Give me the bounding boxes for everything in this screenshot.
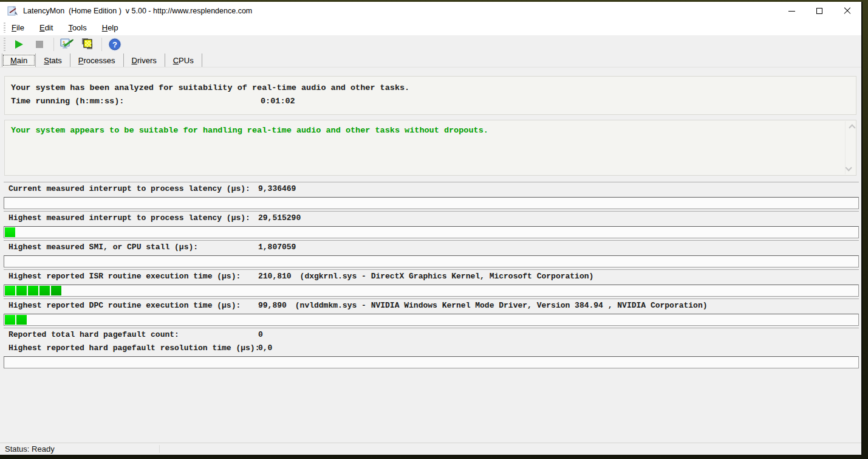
stop-monitor-button[interactable] [32,37,47,52]
metric-value: 0 [258,330,263,339]
menu-bar-items: FileEditToolsHelp [10,22,131,33]
verdict-message: Your system appears to be suitable for h… [11,126,850,135]
status-text: Status: Ready [5,444,55,454]
start-monitor-icon [15,40,23,49]
window-controls [777,2,861,20]
metric-row: Highest measured interrupt to process la… [4,211,859,240]
scroll-down-icon[interactable] [846,164,852,171]
metric-value: 99,890 [258,301,287,310]
report-icon [80,37,95,52]
tab-cpus[interactable]: CPUs [165,53,202,67]
maximize-button[interactable] [805,2,833,20]
maximize-icon [816,8,822,14]
metric-label-line: Highest reported ISR routine execution t… [4,272,859,282]
metric-row: Highest reported hard pagefault resoluti… [4,342,859,370]
start-monitor-button[interactable] [11,37,27,52]
metric-detail: (dxgkrnl.sys - DirectX Graphics Kernel, … [300,272,594,281]
status-bar-divider [159,445,160,453]
verdict-panel: Your system appears to be suitable for h… [4,120,856,176]
metric-label-line: Highest measured interrupt to process la… [4,213,859,224]
metric-label: Highest reported ISR routine execution t… [9,272,258,281]
options-icon [59,37,75,52]
metric-label-line: Reported total hard pagefault count:0 [4,330,859,340]
svg-text:?: ? [112,40,117,49]
latency-bar [4,314,859,326]
time-running-label: Time running (h:mm:ss): [11,95,261,108]
latency-bar-segment [16,315,27,325]
title-bar: LatencyMon (Home Edition ) v 5.00 - http… [0,2,861,20]
metric-label: Highest reported hard pagefault resoluti… [9,343,258,353]
latency-bar [4,285,859,297]
analysis-line: Your system has been analyzed for suitab… [11,81,850,95]
metric-label: Reported total hard pagefault count: [9,330,258,340]
metric-row: Current measured interrupt to process la… [4,182,859,211]
tab-processes[interactable]: Processes [70,53,124,67]
menu-item-edit[interactable]: Edit [38,22,55,33]
latency-bar-segment [5,315,15,325]
metric-detail: (nvlddmkm.sys - NVIDIA Windows Kernel Mo… [295,301,708,310]
latency-bar-segment [5,286,15,295]
latency-bar-segment [5,227,15,237]
metric-label: Highest reported DPC routine execution t… [9,301,258,311]
close-button[interactable] [833,2,861,20]
close-icon [844,7,851,15]
latency-bar-segment [51,286,61,295]
latencymon-window: LatencyMon (Home Edition ) v 5.00 - http… [0,2,863,455]
stop-monitor-icon [36,41,43,48]
toolbar-separator [101,38,102,51]
minimize-button[interactable] [777,2,805,20]
menu-item-file[interactable]: File [10,22,26,33]
metric-row: Reported total hard pagefault count:0 [4,328,859,342]
metric-row: Highest reported DPC routine execution t… [4,299,859,328]
metric-value: 1,807059 [258,243,296,252]
metric-row: Highest reported ISR routine execution t… [4,269,859,299]
menu-bar: FileEditToolsHelp [0,20,861,35]
tab-stats[interactable]: Stats [36,53,70,67]
status-bar: Status: Ready [0,443,861,455]
time-running-line: Time running (h:mm:ss):0:01:02 [11,95,850,108]
metrics-list: Current measured interrupt to process la… [4,182,859,370]
metric-label-line: Current measured interrupt to process la… [4,184,859,195]
tab-main[interactable]: Main [2,53,36,67]
metric-value: 29,515290 [258,213,301,223]
metric-label: Highest measured SMI, or CPU stall (µs): [9,243,258,252]
metric-label: Current measured interrupt to process la… [9,184,258,194]
menu-item-tools[interactable]: Tools [66,22,88,33]
latency-bar-segment [39,286,50,295]
report-button[interactable] [80,37,95,52]
window-title: LatencyMon (Home Edition ) v 5.00 - http… [23,7,252,15]
latency-bar [4,356,859,368]
help-icon: ? [108,37,122,52]
metric-label-line: Highest measured SMI, or CPU stall (µs):… [4,243,859,253]
minimize-icon [788,11,795,12]
help-button[interactable]: ? [107,37,123,52]
time-running-value: 0:01:02 [261,97,295,106]
scroll-up-icon[interactable] [849,124,855,131]
metric-label-line: Highest reported hard pagefault resoluti… [4,343,859,354]
options-button[interactable] [59,37,75,52]
metric-label: Highest measured interrupt to process la… [9,213,258,223]
menu-item-help[interactable]: Help [100,22,120,33]
app-icon [7,6,18,16]
latency-bar [4,197,859,209]
tab-bar: MainStatsProcessesDriversCPUs [0,53,861,67]
summary-panel: Your system has been analyzed for suitab… [4,76,856,115]
toolbar: ? [0,35,861,53]
latency-bar-segment [16,286,27,295]
tab-drivers[interactable]: Drivers [124,53,165,67]
latency-bar [4,255,859,267]
metric-row: Highest measured SMI, or CPU stall (µs):… [4,240,859,269]
verdict-scrollbar[interactable] [845,121,855,174]
latency-bar-segment [28,286,38,295]
metric-value: 210,810 [258,272,292,281]
metric-value: 9,336469 [258,184,296,193]
toolbar-separator [53,38,54,51]
metric-label-line: Highest reported DPC routine execution t… [4,301,859,311]
metric-value: 0,0 [258,343,272,353]
latency-bar [4,226,859,238]
